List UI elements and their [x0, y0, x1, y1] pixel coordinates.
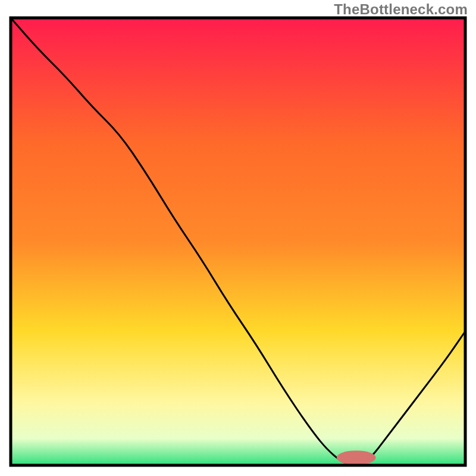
bottleneck-chart	[0, 0, 476, 476]
plot-background	[11, 18, 465, 465]
attribution-text: TheBottleneck.com	[334, 1, 468, 18]
chart-frame: TheBottleneck.com	[0, 0, 476, 476]
optimum-marker	[337, 450, 376, 465]
